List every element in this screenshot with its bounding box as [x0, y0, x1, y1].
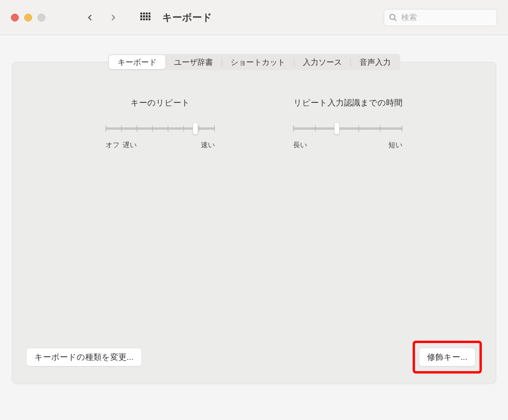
tab-user-dictionary[interactable]: ユーザ辞書 — [165, 55, 222, 69]
key-repeat-group: キーのリピート オフ 遅い 速い — [98, 97, 223, 150]
window-toolbar: キーボード — [0, 0, 508, 35]
delay-until-repeat-slider[interactable] — [293, 123, 402, 134]
change-keyboard-type-button[interactable]: キーボードの種類を変更... — [26, 348, 142, 366]
tab-segmented-control: キーボード ユーザ辞書 ショートカット 入力ソース 音声入力 — [108, 54, 400, 70]
search-input[interactable] — [401, 13, 492, 22]
key-repeat-label: キーのリピート — [131, 97, 190, 108]
delay-until-repeat-label: リピート入力認識までの時間 — [293, 97, 402, 108]
svg-point-0 — [390, 14, 395, 19]
key-repeat-thumb[interactable] — [193, 122, 198, 135]
delay-until-repeat-thumb[interactable] — [334, 122, 340, 135]
modifier-keys-highlight: 修飾キー... — [413, 341, 482, 374]
svg-line-1 — [394, 18, 396, 20]
key-repeat-fast-label: 速い — [201, 140, 215, 150]
modifier-keys-button[interactable]: 修飾キー... — [419, 348, 476, 366]
search-icon — [389, 13, 397, 22]
forward-button — [109, 14, 117, 21]
tab-keyboard[interactable]: キーボード — [109, 55, 165, 69]
tab-shortcuts[interactable]: ショートカット — [222, 55, 294, 69]
back-button[interactable] — [86, 14, 94, 21]
traffic-lights — [11, 14, 45, 21]
tab-input-sources[interactable]: 入力ソース — [294, 55, 351, 69]
key-repeat-slow-label: 遅い — [123, 140, 137, 150]
maximize-window-button[interactable] — [38, 14, 45, 21]
close-window-button[interactable] — [11, 14, 19, 21]
search-field-container[interactable] — [384, 9, 497, 26]
tab-dictation[interactable]: 音声入力 — [351, 55, 399, 69]
nav-arrows — [86, 14, 117, 21]
grid-icon — [140, 13, 150, 21]
delay-long-label: 長い — [293, 140, 307, 150]
minimize-window-button[interactable] — [24, 14, 32, 21]
show-all-prefs-button[interactable] — [140, 13, 150, 23]
key-repeat-slider[interactable] — [106, 123, 215, 134]
delay-until-repeat-group: リピート入力認識までの時間 長い 短い — [285, 97, 410, 150]
keyboard-tab-panel: キーのリピート オフ 遅い 速い リピート入力認識までの時間 — [12, 62, 496, 384]
delay-short-label: 短い — [388, 140, 402, 150]
key-repeat-off-label: オフ — [106, 140, 120, 150]
window-title: キーボード — [162, 11, 212, 24]
